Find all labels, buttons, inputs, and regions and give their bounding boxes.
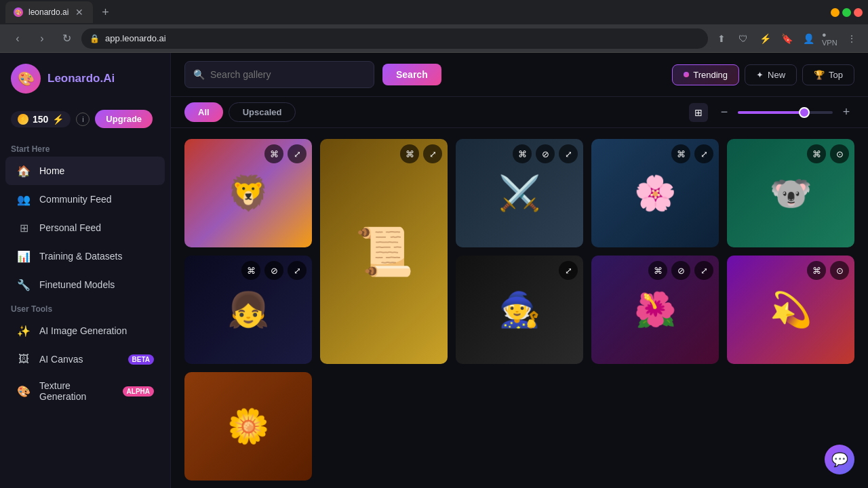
training-icon: 📊 (16, 249, 31, 264)
tab-close-btn[interactable]: ✕ (74, 7, 85, 18)
beta-badge: BETA (128, 354, 154, 365)
sidebar-item-finetuned[interactable]: 🔧 Finetuned Models (5, 270, 165, 299)
new-button[interactable]: ✦ New (745, 64, 797, 85)
refresh-btn[interactable]: ↻ (57, 29, 76, 48)
shield-icon[interactable]: 🛡 (735, 30, 751, 47)
ai-canvas-icon: 🖼 (16, 352, 31, 367)
img-overlay-5: ⌘ ⊙ (727, 139, 854, 169)
expand-overlay-6[interactable]: ⤢ (288, 261, 307, 280)
sidebar-item-texture[interactable]: 🎨 Texture Generation ALPHA (5, 373, 165, 409)
share-icon[interactable]: ⬆ (713, 30, 730, 47)
search-container[interactable]: 🔍 (184, 61, 374, 88)
gallery-item-3[interactable]: ⚔️ ⌘ ⊘ ⤢ (456, 139, 583, 247)
browser-chrome: 🎨 leonardo.ai ✕ + ‹ › ↻ 🔒 app.leonardo.a… (0, 0, 868, 53)
finetuned-label: Finetuned Models (39, 279, 115, 290)
active-tab[interactable]: 🎨 leonardo.ai ✕ (5, 1, 93, 23)
gallery-item-1[interactable]: 🦁 ⌘ ⤢ (184, 139, 312, 247)
share-overlay-1[interactable]: ⌘ (264, 144, 283, 163)
gallery-item-6[interactable]: 👧 ⌘ ⊘ ⤢ (184, 256, 312, 364)
share-overlay-5[interactable]: ⌘ (807, 144, 826, 163)
gallery-item-9[interactable]: 💫 ⌘ ⊙ (727, 256, 854, 364)
forward-btn[interactable]: › (33, 29, 52, 48)
new-icon: ✦ (756, 70, 764, 80)
trending-label: Trending (693, 70, 728, 80)
search-button[interactable]: Search (382, 64, 441, 85)
share-overlay-8[interactable]: ⌘ (648, 261, 667, 280)
expand-overlay-1[interactable]: ⤢ (288, 144, 307, 163)
browser-controls: ‹ › ↻ 🔒 app.leonardo.ai ⬆ 🛡 ⚡ 🔖 👤 ● VPN … (0, 24, 868, 53)
sidebar-item-personal-feed[interactable]: ⊞ Personal Feed (5, 214, 165, 242)
bookmark-icon[interactable]: 🔖 (778, 30, 795, 47)
close-btn[interactable] (854, 8, 863, 17)
trending-dot (684, 72, 689, 77)
grid-view-btn[interactable]: ⊞ (689, 103, 708, 122)
minimize-btn[interactable] (831, 8, 840, 17)
slash-overlay-6[interactable]: ⊘ (264, 261, 283, 280)
expand-overlay-2[interactable]: ⤢ (423, 144, 442, 163)
share-overlay-4[interactable]: ⌘ (671, 144, 690, 163)
gallery-item-2[interactable]: 📜 ⌘ ⤢ (320, 139, 448, 364)
back-btn[interactable]: ‹ (8, 29, 27, 48)
share-overlay-6[interactable]: ⌘ (241, 261, 260, 280)
slash-overlay-8[interactable]: ⊘ (671, 261, 690, 280)
training-label: Training & Datasets (39, 251, 122, 262)
profile-icon[interactable]: 👤 (800, 30, 816, 47)
logo-text: Leonardo.Ai (47, 72, 115, 85)
gallery-grid: 🦁 ⌘ ⤢ 📜 ⌘ ⤢ ⚔️ (184, 139, 854, 481)
start-here-label: Start Here (0, 139, 170, 157)
upgrade-button[interactable]: Upgrade (95, 110, 153, 128)
credits-count: ⚡ 150 ⚡ (11, 111, 71, 127)
new-label: New (768, 70, 785, 80)
share-overlay-3[interactable]: ⌘ (513, 144, 532, 163)
zoom-in-btn[interactable]: + (838, 104, 854, 121)
expand-overlay-7[interactable]: ⤢ (559, 261, 578, 280)
lock-icon: 🔒 (90, 34, 100, 43)
credits-value: 150 (33, 114, 48, 125)
address-bar[interactable]: 🔒 app.leonardo.ai (81, 28, 708, 49)
new-tab-btn[interactable]: + (96, 3, 115, 22)
sidebar-item-ai-canvas[interactable]: 🖼 AI Canvas BETA (5, 345, 165, 373)
zoom-controls: − + (716, 104, 854, 121)
expand-overlay-4[interactable]: ⤢ (694, 144, 713, 163)
share-overlay-2[interactable]: ⌘ (400, 144, 419, 163)
chat-bubble[interactable]: 💬 (825, 445, 854, 474)
gallery-item-7[interactable]: 🧙 ⤢ (456, 256, 583, 364)
img-overlay-9: ⌘ ⊙ (727, 256, 854, 285)
expand-overlay-3[interactable]: ⤢ (559, 144, 578, 163)
menu-icon[interactable]: ⋮ (844, 30, 860, 47)
trending-button[interactable]: Trending (672, 64, 739, 85)
info-btn[interactable]: i (76, 113, 90, 126)
img-overlay-7: ⤢ (456, 256, 583, 285)
texture-icon: 🎨 (16, 384, 31, 399)
search-input[interactable] (210, 69, 366, 80)
logo-avatar: 🎨 (11, 64, 41, 94)
sidebar-item-community-feed[interactable]: 👥 Community Feed (5, 185, 165, 214)
maximize-btn[interactable] (842, 8, 851, 17)
gallery-item-5[interactable]: 🐨 ⌘ ⊙ (727, 139, 854, 247)
zoom-slider[interactable] (738, 111, 833, 114)
expand-overlay-5[interactable]: ⊙ (830, 144, 849, 163)
gallery-item-4[interactable]: 🌸 ⌘ ⤢ (591, 139, 719, 247)
filter-all[interactable]: All (184, 102, 223, 122)
img-overlay-1: ⌘ ⤢ (184, 139, 312, 169)
ai-image-icon: ✨ (16, 323, 31, 338)
expand-overlay-8[interactable]: ⤢ (694, 261, 713, 280)
filter-upscaled[interactable]: Upscaled (229, 102, 296, 122)
texture-label: Texture Generation (39, 380, 115, 402)
gallery-item-8[interactable]: 🌺 ⌘ ⊘ ⤢ (591, 256, 719, 364)
slash-overlay-3[interactable]: ⊘ (536, 144, 555, 163)
gallery-item-10[interactable]: 🌼 (184, 372, 312, 481)
extension-icon[interactable]: ⚡ (757, 30, 773, 47)
zoom-out-btn[interactable]: − (716, 104, 732, 121)
gallery-area[interactable]: 🦁 ⌘ ⤢ 📜 ⌘ ⤢ ⚔️ (171, 128, 868, 488)
browser-actions: ⬆ 🛡 ⚡ 🔖 👤 ● VPN ⋮ (713, 30, 860, 47)
top-button[interactable]: 🏆 Top (802, 64, 854, 85)
sidebar-item-training[interactable]: 📊 Training & Datasets (5, 242, 165, 270)
sidebar-item-home[interactable]: 🏠 Home (5, 157, 165, 185)
home-icon: 🏠 (16, 163, 31, 178)
img-overlay-6: ⌘ ⊘ ⤢ (184, 256, 312, 285)
share-overlay-9[interactable]: ⌘ (807, 261, 826, 280)
expand-overlay-9[interactable]: ⊙ (830, 261, 849, 280)
ai-image-label: AI Image Generation (39, 325, 127, 336)
sidebar-item-ai-image[interactable]: ✨ AI Image Generation (5, 317, 165, 345)
